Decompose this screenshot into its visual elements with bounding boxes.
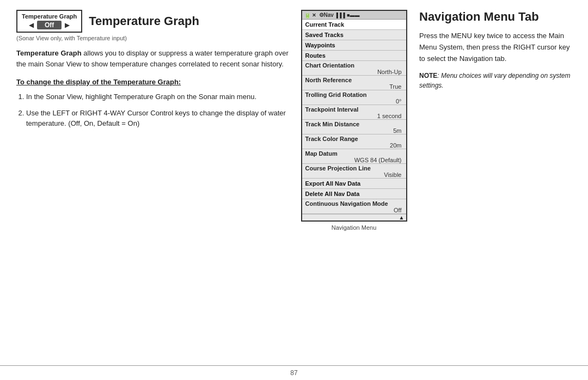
right-body: Press the MENU key twice to access the M… [419,30,572,64]
battery-icon: 🔋 [304,13,310,18]
note-area: NOTE: Menu choices will vary depending o… [419,71,572,90]
menu-item-course-projection[interactable]: Course Projection Line Visible [302,164,406,179]
off-badge: Off [37,21,62,29]
menu-item-waypoints[interactable]: Waypoints [302,40,406,51]
nav-screen-header: 🔋 ✕ ⚙Nav ▌▌▌■▬▬ [302,11,406,20]
scroll-indicator: ▲ [302,214,406,220]
menu-item-north-reference[interactable]: North Reference True [302,76,406,90]
menu-item-current-track[interactable]: Current Track [302,20,406,30]
right-panel: Navigation Menu Tab Press the MENU key t… [419,10,572,360]
left-title-area: Temperature Graph [89,14,199,28]
menu-item-routes[interactable]: Routes [302,51,406,61]
header-icons: ▌▌▌■▬▬ [336,13,360,18]
temp-graph-box: Temperature Graph ◀ Off ▶ [16,10,82,33]
x-icon: ✕ [312,13,316,18]
left-arrow-icon[interactable]: ◀ [29,21,34,29]
body-bold: Temperature Graph [16,49,82,57]
subtitle: (Sonar View only, with Temperature input… [16,35,289,41]
footer: 87 [0,365,588,380]
step-1: In the Sonar View, highlight Temperature… [26,91,289,102]
middle-panel: 🔋 ✕ ⚙Nav ▌▌▌■▬▬ Current Track Saved Trac… [299,10,408,360]
note-label: NOTE [419,72,437,79]
nav-screen: 🔋 ✕ ⚙Nav ▌▌▌■▬▬ Current Track Saved Trac… [301,10,407,222]
temp-graph-box-title: Temperature Graph [22,13,77,20]
step-2: Use the LEFT or RIGHT 4-WAY Cursor Contr… [26,108,289,129]
nav-icon: ⚙Nav [319,12,334,18]
menu-item-trolling-grid[interactable]: Trolling Grid Rotation 0° [302,90,406,105]
right-title: Navigation Menu Tab [419,10,572,24]
menu-item-trackpoint-interval[interactable]: Trackpoint Interval 1 second [302,105,406,120]
menu-item-map-datum[interactable]: Map Datum WGS 84 (Default) [302,149,406,164]
section-heading: To change the display of the Temperature… [16,78,289,86]
menu-item-continuous-nav[interactable]: Continuous Navigation Mode Off [302,199,406,214]
menu-item-saved-tracks[interactable]: Saved Tracks [302,30,406,40]
page-container: Temperature Graph ◀ Off ▶ Temperature Gr… [0,0,588,380]
menu-item-track-min-distance[interactable]: Track Min Distance 5m [302,120,406,134]
temp-graph-box-control: ◀ Off ▶ [22,21,77,29]
temp-graph-widget: Temperature Graph ◀ Off ▶ Temperature Gr… [16,10,289,33]
left-body: Temperature Graph allows you to display … [16,48,289,69]
left-panel-title: Temperature Graph [89,14,199,28]
page-number: 87 [290,369,297,377]
menu-item-track-color-range[interactable]: Track Color Range 20m [302,134,406,149]
main-content: Temperature Graph ◀ Off ▶ Temperature Gr… [0,0,588,365]
note-text: : Menu choices will vary depending on sy… [419,72,570,89]
menu-item-delete-nav[interactable]: Delete All Nav Data [302,189,406,199]
menu-item-export-nav[interactable]: Export All Nav Data [302,179,406,189]
menu-item-chart-orientation[interactable]: Chart Orientation North-Up [302,61,406,76]
nav-screen-caption: Navigation Menu [332,224,377,231]
steps-list: In the Sonar View, highlight Temperature… [26,91,289,129]
left-panel: Temperature Graph ◀ Off ▶ Temperature Gr… [16,10,289,360]
right-arrow-icon[interactable]: ▶ [65,21,70,29]
